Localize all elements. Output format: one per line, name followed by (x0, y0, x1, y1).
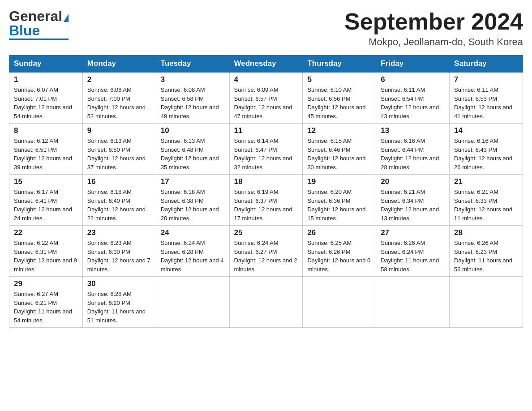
calendar-cell: 23Sunrise: 6:23 AMSunset: 6:30 PMDayligh… (82, 226, 156, 277)
day-number: 15 (14, 177, 78, 186)
calendar-cell: 29Sunrise: 6:27 AMSunset: 6:21 PMDayligh… (9, 277, 83, 328)
calendar-cell (450, 277, 523, 328)
day-info: Sunrise: 6:23 AMSunset: 6:30 PMDaylight:… (87, 239, 151, 274)
calendar-cell (229, 277, 303, 328)
day-number: 3 (161, 75, 225, 84)
day-number: 16 (87, 177, 151, 186)
day-info: Sunrise: 6:27 AMSunset: 6:21 PMDaylight:… (14, 290, 78, 325)
calendar-cell: 2Sunrise: 6:08 AMSunset: 7:00 PMDaylight… (82, 72, 156, 124)
day-info: Sunrise: 6:24 AMSunset: 6:28 PMDaylight:… (161, 239, 225, 274)
day-number: 21 (454, 177, 518, 186)
title-block: September 2024 Mokpo, Jeollanam-do, Sout… (344, 9, 523, 48)
day-number: 24 (161, 228, 225, 237)
day-info: Sunrise: 6:18 AMSunset: 6:38 PMDaylight:… (161, 188, 225, 223)
calendar-cell: 27Sunrise: 6:26 AMSunset: 6:24 PMDayligh… (376, 226, 450, 277)
calendar-cell: 9Sunrise: 6:13 AMSunset: 6:50 PMDaylight… (82, 124, 156, 175)
calendar-cell: 28Sunrise: 6:26 AMSunset: 6:23 PMDayligh… (450, 226, 523, 277)
day-of-week-tuesday: Tuesday (156, 56, 229, 73)
day-info: Sunrise: 6:12 AMSunset: 6:51 PMDaylight:… (14, 137, 78, 171)
calendar-cell (376, 277, 450, 328)
day-info: Sunrise: 6:14 AMSunset: 6:47 PMDaylight:… (234, 137, 298, 171)
calendar-cell: 24Sunrise: 6:24 AMSunset: 6:28 PMDayligh… (156, 226, 229, 277)
day-number: 7 (454, 75, 518, 84)
calendar-table: SundayMondayTuesdayWednesdayThursdayFrid… (9, 55, 523, 328)
calendar-cell (156, 277, 229, 328)
day-info: Sunrise: 6:07 AMSunset: 7:01 PMDaylight:… (14, 86, 78, 120)
day-info: Sunrise: 6:16 AMSunset: 6:43 PMDaylight:… (454, 137, 518, 171)
calendar-cell: 19Sunrise: 6:20 AMSunset: 6:36 PMDayligh… (303, 175, 376, 226)
day-number: 5 (307, 75, 371, 84)
calendar-cell: 1Sunrise: 6:07 AMSunset: 7:01 PMDaylight… (9, 72, 83, 124)
day-number: 19 (307, 177, 371, 186)
day-info: Sunrise: 6:11 AMSunset: 6:53 PMDaylight:… (454, 86, 518, 120)
day-number: 8 (14, 126, 78, 135)
day-info: Sunrise: 6:13 AMSunset: 6:48 PMDaylight:… (161, 137, 225, 171)
logo: General Blue (9, 9, 69, 40)
calendar-cell: 8Sunrise: 6:12 AMSunset: 6:51 PMDaylight… (9, 124, 83, 175)
day-info: Sunrise: 6:28 AMSunset: 6:20 PMDaylight:… (87, 290, 151, 325)
calendar-cell: 14Sunrise: 6:16 AMSunset: 6:43 PMDayligh… (450, 124, 523, 175)
calendar-cell: 4Sunrise: 6:09 AMSunset: 6:57 PMDaylight… (229, 72, 303, 124)
day-info: Sunrise: 6:13 AMSunset: 6:50 PMDaylight:… (87, 137, 151, 171)
page-header: General Blue September 2024 Mokpo, Jeoll… (9, 9, 523, 48)
calendar-cell: 26Sunrise: 6:25 AMSunset: 6:26 PMDayligh… (303, 226, 376, 277)
day-info: Sunrise: 6:09 AMSunset: 6:57 PMDaylight:… (234, 86, 298, 120)
day-number: 27 (381, 228, 445, 237)
calendar-week-4: 22Sunrise: 6:22 AMSunset: 6:31 PMDayligh… (9, 226, 523, 277)
day-of-week-friday: Friday (376, 56, 450, 73)
day-number: 9 (87, 126, 151, 135)
day-info: Sunrise: 6:19 AMSunset: 6:37 PMDaylight:… (234, 188, 298, 223)
day-number: 20 (381, 177, 445, 186)
day-info: Sunrise: 6:08 AMSunset: 6:58 PMDaylight:… (161, 86, 225, 120)
calendar-cell: 21Sunrise: 6:21 AMSunset: 6:33 PMDayligh… (450, 175, 523, 226)
day-of-week-monday: Monday (82, 56, 156, 73)
calendar-cell (303, 277, 376, 328)
calendar-cell: 16Sunrise: 6:18 AMSunset: 6:40 PMDayligh… (82, 175, 156, 226)
day-of-week-thursday: Thursday (303, 56, 376, 73)
day-of-week-wednesday: Wednesday (229, 56, 303, 73)
day-info: Sunrise: 6:16 AMSunset: 6:44 PMDaylight:… (381, 137, 445, 171)
logo-underline (9, 39, 69, 40)
calendar-cell: 22Sunrise: 6:22 AMSunset: 6:31 PMDayligh… (9, 226, 83, 277)
day-number: 23 (87, 228, 151, 237)
day-number: 17 (161, 177, 225, 186)
day-number: 1 (14, 75, 78, 84)
day-number: 12 (307, 126, 371, 135)
calendar-cell: 13Sunrise: 6:16 AMSunset: 6:44 PMDayligh… (376, 124, 450, 175)
calendar-cell: 3Sunrise: 6:08 AMSunset: 6:58 PMDaylight… (156, 72, 229, 124)
month-title: September 2024 (344, 9, 523, 34)
day-info: Sunrise: 6:26 AMSunset: 6:24 PMDaylight:… (381, 239, 445, 274)
logo-triangle-icon (64, 14, 69, 22)
calendar-week-5: 29Sunrise: 6:27 AMSunset: 6:21 PMDayligh… (9, 277, 523, 328)
day-info: Sunrise: 6:18 AMSunset: 6:40 PMDaylight:… (87, 188, 151, 223)
calendar-cell: 15Sunrise: 6:17 AMSunset: 6:41 PMDayligh… (9, 175, 83, 226)
calendar-cell: 11Sunrise: 6:14 AMSunset: 6:47 PMDayligh… (229, 124, 303, 175)
logo-general-text: General (9, 9, 62, 23)
calendar-week-3: 15Sunrise: 6:17 AMSunset: 6:41 PMDayligh… (9, 175, 523, 226)
day-of-week-sunday: Sunday (9, 56, 83, 73)
calendar-cell: 30Sunrise: 6:28 AMSunset: 6:20 PMDayligh… (82, 277, 156, 328)
calendar-header-row: SundayMondayTuesdayWednesdayThursdayFrid… (9, 56, 523, 73)
day-info: Sunrise: 6:25 AMSunset: 6:26 PMDaylight:… (307, 239, 371, 274)
calendar-cell: 25Sunrise: 6:24 AMSunset: 6:27 PMDayligh… (229, 226, 303, 277)
calendar-cell: 5Sunrise: 6:10 AMSunset: 6:56 PMDaylight… (303, 72, 376, 124)
day-number: 28 (454, 228, 518, 237)
calendar-cell: 18Sunrise: 6:19 AMSunset: 6:37 PMDayligh… (229, 175, 303, 226)
day-info: Sunrise: 6:15 AMSunset: 6:46 PMDaylight:… (307, 137, 371, 171)
day-info: Sunrise: 6:17 AMSunset: 6:41 PMDaylight:… (14, 188, 78, 223)
calendar-cell: 6Sunrise: 6:11 AMSunset: 6:54 PMDaylight… (376, 72, 450, 124)
day-number: 6 (381, 75, 445, 84)
day-of-week-saturday: Saturday (450, 56, 523, 73)
calendar-cell: 17Sunrise: 6:18 AMSunset: 6:38 PMDayligh… (156, 175, 229, 226)
day-number: 30 (87, 279, 151, 288)
calendar-cell: 20Sunrise: 6:21 AMSunset: 6:34 PMDayligh… (376, 175, 450, 226)
day-number: 26 (307, 228, 371, 237)
day-info: Sunrise: 6:24 AMSunset: 6:27 PMDaylight:… (234, 239, 298, 274)
logo-blue-text: Blue (9, 23, 40, 38)
day-number: 18 (234, 177, 298, 186)
day-number: 4 (234, 75, 298, 84)
day-number: 22 (14, 228, 78, 237)
calendar-week-2: 8Sunrise: 6:12 AMSunset: 6:51 PMDaylight… (9, 124, 523, 175)
day-info: Sunrise: 6:22 AMSunset: 6:31 PMDaylight:… (14, 239, 78, 274)
day-number: 13 (381, 126, 445, 135)
